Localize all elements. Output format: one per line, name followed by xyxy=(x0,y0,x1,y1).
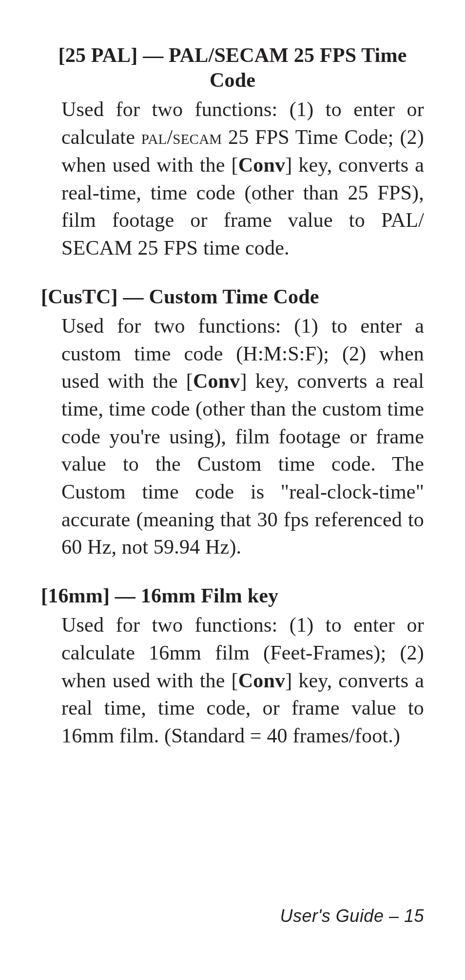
entry-title: Custom Time Code xyxy=(149,285,319,308)
key-bracket-close: ] xyxy=(111,285,118,308)
entry-title: 16mm Film key xyxy=(141,584,279,607)
footer-label: User's Guide – xyxy=(280,906,404,926)
smallcaps-pal: Pal xyxy=(141,126,167,148)
conv-key-label: Conv xyxy=(238,154,286,176)
key-name: 25 PAL xyxy=(65,44,131,66)
entry-body: Used for two functions: (1) to enter or … xyxy=(61,96,424,261)
document-page: [25 PAL] — PAL/SECAM 25 FPS Time Code Us… xyxy=(0,0,465,980)
separator: — xyxy=(110,584,141,607)
conv-key-label: Conv xyxy=(238,669,286,692)
body-text: ] key, converts a real time, time code (… xyxy=(61,370,424,558)
entry-25-pal: [25 PAL] — PAL/SECAM 25 FPS Time Code Us… xyxy=(41,43,424,262)
entry-custc: [CusTC] — Custom Time Code Used for two … xyxy=(41,284,424,561)
entry-16mm: [16mm] — 16mm Film key Used for two func… xyxy=(41,583,424,750)
entry-title: PAL/SECAM 25 FPS Time Code xyxy=(169,44,407,91)
conv-key-label: Conv xyxy=(193,370,240,392)
key-bracket-close: ] xyxy=(103,584,110,607)
key-name: CusTC xyxy=(48,285,111,308)
entry-heading: [CusTC] — Custom Time Code xyxy=(41,284,424,309)
key-bracket-open: [ xyxy=(41,584,48,607)
key-bracket-open: [ xyxy=(58,44,65,66)
separator: — xyxy=(118,285,149,308)
entry-body: Used for two functions: (1) to enter or … xyxy=(61,611,424,749)
entry-heading: [25 PAL] — PAL/SECAM 25 FPS Time Code xyxy=(41,43,424,93)
page-number: 15 xyxy=(404,906,424,926)
separator: — xyxy=(137,44,169,66)
key-name: 16mm xyxy=(48,584,103,607)
smallcaps-secam: Secam xyxy=(173,126,222,148)
entry-heading: [16mm] — 16mm Film key xyxy=(41,583,424,608)
body-text: / xyxy=(167,126,173,148)
key-bracket-open: [ xyxy=(41,285,48,308)
page-footer: User's Guide – 15 xyxy=(280,906,424,926)
key-bracket-close: ] xyxy=(131,44,137,66)
entry-body: Used for two functions: (1) to enter a c… xyxy=(61,312,424,561)
